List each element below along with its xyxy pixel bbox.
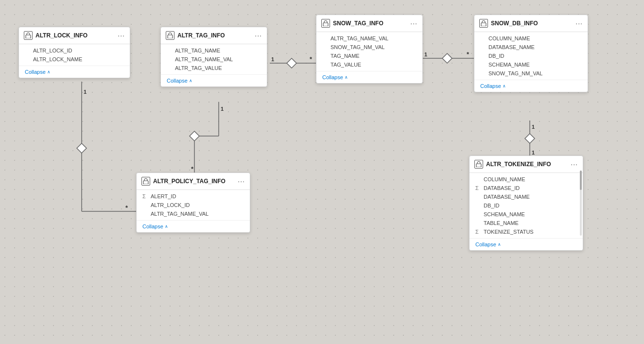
table-row: COLUMN_NAME [470,175,583,184]
column-name: SCHEMA_NAME [484,211,525,217]
table-header-altr-tag-info: ALTR_TAG_INFO ··· [161,27,267,44]
collapse-link-snow-db-info[interactable]: Collapse ∧ [480,83,582,89]
table-header-altr-policy-tag-info: ALTR_POLICY_TAG_INFO ··· [137,173,250,190]
table-footer-altr-tokenize-info: Collapse ∧ [470,238,583,250]
column-name: TAG_NAME [331,53,360,59]
table-row: ALTR_TAG_VALUE [161,64,267,72]
column-name: COLUMN_NAME [488,35,530,41]
table-row: TABLE_NAME [470,219,583,227]
table-menu-altr-lock-info[interactable]: ··· [118,32,125,39]
collapse-link-altr-tokenize-info[interactable]: Collapse ∧ [475,241,577,247]
table-row: ALTR_LOCK_ID [19,46,130,55]
svg-text:1: 1 [532,124,535,130]
table-row: ALTR_TAG_NAME [161,46,267,55]
column-name: ALTR_LOCK_ID [151,202,190,208]
table-altr-lock-info: ALTR_LOCK_INFO ··· ALTR_LOCK_ID ALTR_LOC… [18,27,130,78]
table-body-altr-policy-tag-info: Σ ALERT_ID ALTR_LOCK_ID ALTR_TAG_NAME_VA… [137,190,250,220]
column-name: SCHEMA_NAME [488,62,530,68]
table-altr-tokenize-info: ALTR_TOKENIZE_INFO ··· COLUMN_NAME Σ DAT… [469,155,583,251]
column-name: ALTR_TAG_NAME_VAL [175,56,233,62]
table-title-altr-tokenize-info: ALTR_TOKENIZE_INFO [486,161,568,168]
scrollbar-thumb [580,171,582,190]
svg-text:*: * [191,165,194,172]
table-row: SNOW_TAG_NM_VAL [474,69,588,78]
collapse-link-altr-policy-tag-info[interactable]: Collapse ∧ [142,224,244,229]
svg-text:1: 1 [424,52,427,57]
column-name: ALTR_TAG_NAME_VAL [151,211,209,217]
collapse-chevron: ∧ [503,84,506,88]
sigma-icon: Σ [142,193,148,199]
svg-rect-26 [481,23,486,26]
table-header-snow-tag-info: SNOW_TAG_INFO ··· [316,15,422,32]
svg-rect-25 [323,23,328,26]
table-body-altr-tag-info: ALTR_TAG_NAME ALTR_TAG_NAME_VAL ALTR_TAG… [161,44,267,74]
table-row: DB_ID [470,201,583,210]
svg-marker-12 [287,58,296,68]
scrollbar-track [580,171,582,236]
collapse-chevron: ∧ [345,75,348,80]
collapse-label: Collapse [475,241,496,247]
column-name: ALTR_TAG_NAME_VAL [331,35,388,41]
table-footer-altr-lock-info: Collapse ∧ [19,66,130,78]
table-row: ALTR_TAG_NAME_VAL [161,55,267,64]
collapse-label: Collapse [142,224,163,229]
table-icon-snow-db-info [479,19,488,28]
collapse-label: Collapse [322,74,343,80]
column-name: ALTR_TAG_VALUE [175,65,222,71]
svg-text:1: 1 [271,56,274,62]
table-icon-altr-tag-info [166,31,174,40]
svg-text:1: 1 [221,106,224,112]
collapse-label: Collapse [480,83,501,89]
collapse-chevron: ∧ [165,224,168,229]
table-menu-altr-policy-tag-info[interactable]: ··· [238,177,245,185]
sigma-icon: Σ [475,185,481,191]
table-icon-altr-policy-tag-info [141,177,150,186]
table-body-snow-db-info: COLUMN_NAME DATABASE_NAME DB_ID SCHEMA_N… [474,32,588,80]
column-name: DB_ID [484,203,499,208]
svg-rect-28 [476,164,481,167]
table-altr-policy-tag-info: ALTR_POLICY_TAG_INFO ··· Σ ALERT_ID ALTR… [136,172,250,233]
table-row: TAG_VALUE [316,60,422,69]
column-name: ALTR_LOCK_ID [33,48,72,53]
column-name: DB_ID [488,53,504,59]
collapse-chevron: ∧ [47,69,51,74]
collapse-link-altr-lock-info[interactable]: Collapse ∧ [25,69,124,75]
table-menu-snow-db-info[interactable]: ··· [575,19,583,27]
svg-text:*: * [467,51,470,58]
column-name: DATABASE_NAME [488,44,535,50]
table-footer-altr-policy-tag-info: Collapse ∧ [137,220,250,232]
table-header-altr-tokenize-info: ALTR_TOKENIZE_INFO ··· [470,156,583,173]
column-name: DATABASE_ID [484,185,520,191]
table-menu-snow-tag-info[interactable]: ··· [410,19,418,27]
table-title-snow-tag-info: SNOW_TAG_INFO [333,20,407,27]
svg-marker-20 [525,134,535,143]
collapse-link-snow-tag-info[interactable]: Collapse ∧ [322,74,417,80]
table-row: COLUMN_NAME [474,34,588,43]
table-footer-snow-db-info: Collapse ∧ [474,80,588,92]
svg-marker-16 [442,53,452,63]
table-row: DATABASE_NAME [470,192,583,201]
collapse-chevron: ∧ [189,78,192,83]
column-name: TOKENIZE_STATUS [484,229,534,235]
collapse-label: Collapse [167,78,188,84]
table-row: ALTR_LOCK_NAME [19,55,130,64]
table-row: Σ ALERT_ID [137,192,250,201]
svg-text:*: * [125,204,128,211]
collapse-chevron: ∧ [498,242,501,247]
table-menu-altr-tag-info[interactable]: ··· [255,32,262,39]
collapse-label: Collapse [25,69,46,75]
table-menu-altr-tokenize-info[interactable]: ··· [571,160,578,168]
table-altr-tag-info: ALTR_TAG_INFO ··· ALTR_TAG_NAME ALTR_TAG… [160,27,267,87]
table-title-altr-policy-tag-info: ALTR_POLICY_TAG_INFO [153,178,235,185]
table-snow-db-info: SNOW_DB_INFO ··· COLUMN_NAME DATABASE_NA… [474,15,588,92]
svg-rect-27 [143,181,148,184]
column-name: TAG_VALUE [331,62,361,68]
table-icon-snow-tag-info [321,19,330,28]
table-body-altr-lock-info: ALTR_LOCK_ID ALTR_LOCK_NAME [19,44,130,66]
table-row: ALTR_TAG_NAME_VAL [137,209,250,218]
svg-rect-23 [26,35,31,38]
table-title-altr-lock-info: ALTR_LOCK_INFO [35,32,115,39]
table-row: SCHEMA_NAME [474,60,588,69]
svg-marker-2 [77,143,87,153]
collapse-link-altr-tag-info[interactable]: Collapse ∧ [167,78,261,84]
